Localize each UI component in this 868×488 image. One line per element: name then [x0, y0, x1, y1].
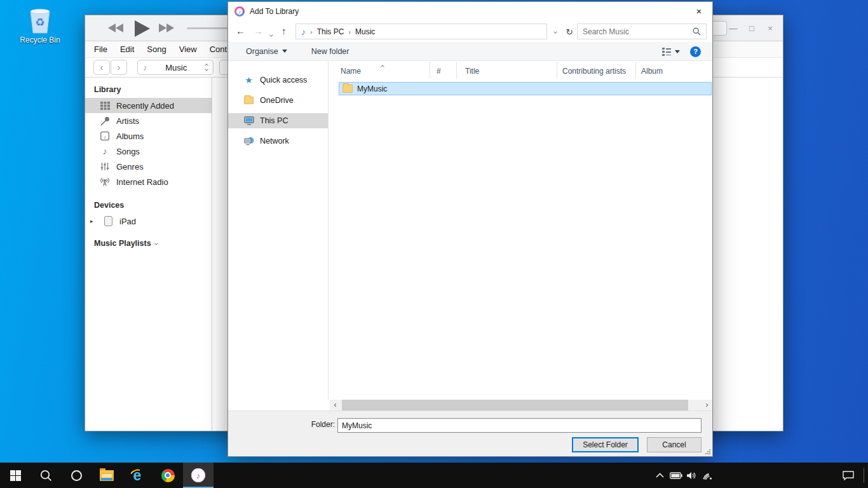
resize-grip[interactable] [705, 449, 710, 454]
scrollbar-track[interactable] [341, 400, 702, 410]
nav-item-label: This PC [260, 116, 288, 125]
search-box[interactable] [577, 24, 707, 39]
folder-label: Folder: [311, 420, 335, 429]
column-header-name[interactable]: Name [329, 62, 430, 79]
column-header-title[interactable]: Title [457, 62, 557, 79]
scroll-left-icon[interactable]: ‹ [330, 400, 341, 410]
close-icon[interactable]: × [765, 24, 775, 33]
nav-item-label: Quick access [260, 76, 307, 85]
windows-logo-icon [10, 470, 21, 481]
forward-icon[interactable]: → [254, 25, 263, 36]
start-button[interactable] [0, 463, 31, 488]
music-playlists-header[interactable]: Music Playlists [85, 239, 212, 248]
search-icon [693, 27, 701, 36]
up-icon[interactable]: ↑ [281, 25, 287, 36]
horizontal-scrollbar[interactable]: ‹ › [330, 400, 712, 410]
recycle-bin-shortcut[interactable]: ♻ Recycle Bin [15, 6, 65, 44]
new-folder-button[interactable]: New folder [311, 47, 349, 56]
sidebar-item-songs[interactable]: ♪ Songs [85, 144, 212, 159]
internet-explorer-button[interactable]: e [122, 463, 153, 488]
tray-overflow-chevron-icon[interactable] [652, 463, 668, 488]
refresh-icon[interactable]: ↻ [563, 24, 576, 39]
action-center-button[interactable] [837, 463, 859, 488]
dialog-footer: Folder: Select Folder Cancel [228, 410, 712, 456]
scrollbar-thumb[interactable] [342, 400, 688, 410]
sidebar-item-ipad[interactable]: ▸ iPad [85, 214, 212, 229]
sidebar-item-label: Recently Added [116, 101, 174, 111]
itunes-icon: ♪ [191, 468, 205, 482]
file-explorer-icon [100, 470, 114, 481]
network-wifi-icon[interactable] [700, 463, 715, 488]
sidebar-item-label: Internet Radio [116, 177, 168, 187]
itunes-back-button[interactable]: ‹ [93, 60, 110, 75]
address-dropdown-chevron-icon[interactable] [550, 24, 561, 39]
search-input[interactable] [583, 27, 693, 36]
cortana-button[interactable] [61, 463, 92, 488]
play-button[interactable] [135, 20, 150, 37]
itunes-taskbar-button[interactable]: ♪ [183, 463, 214, 488]
column-header-number[interactable]: # [430, 62, 457, 79]
action-center-icon [843, 471, 854, 480]
show-desktop-divider[interactable] [864, 468, 864, 483]
column-header-contributing-artists[interactable]: Contributing artists [557, 62, 636, 79]
breadcrumb-music[interactable]: Music [355, 27, 375, 36]
search-icon [40, 470, 52, 482]
chrome-icon [161, 469, 175, 482]
device-label: iPad [119, 217, 136, 226]
sidebar-item-artists[interactable]: Artists [85, 113, 212, 128]
file-row-mymusic[interactable]: MyMusic [339, 82, 712, 95]
column-header-album[interactable]: Album [636, 62, 712, 79]
recent-locations-chevron-icon[interactable] [270, 29, 273, 38]
recycle-bin-icon: ♻ [25, 6, 55, 34]
sliders-icon [99, 162, 111, 171]
volume-icon[interactable] [684, 463, 700, 488]
expander-icon[interactable]: ▸ [90, 218, 97, 224]
add-to-library-dialog: Add To Library × ← → ↑ ♪ › This PC › Mus… [227, 1, 713, 457]
itunes-forward-button[interactable]: › [111, 60, 127, 75]
help-button[interactable]: ? [690, 46, 701, 57]
breadcrumb-this-pc[interactable]: This PC [317, 27, 344, 36]
chevron-down-icon [154, 241, 158, 245]
nav-item-onedrive[interactable]: OneDrive [228, 93, 328, 108]
nav-item-network[interactable]: Network [228, 133, 328, 149]
dialog-close-button[interactable]: × [686, 2, 712, 20]
view-mode-button[interactable] [662, 48, 680, 56]
nav-item-label: OneDrive [260, 96, 294, 105]
itunes-app-icon [234, 6, 245, 17]
minimize-icon[interactable]: — [728, 24, 738, 33]
computer-icon [243, 116, 254, 125]
folder-name-input[interactable] [337, 418, 702, 433]
network-icon [243, 137, 254, 146]
back-icon[interactable]: ← [236, 25, 245, 36]
file-explorer-button[interactable] [92, 463, 122, 488]
file-list: Name # Title Contributing artists Album … [329, 61, 712, 400]
nav-item-this-pc[interactable]: This PC [228, 113, 328, 128]
menu-song[interactable]: Song [147, 44, 166, 54]
select-folder-button[interactable]: Select Folder [572, 437, 639, 452]
menu-view[interactable]: View [179, 44, 197, 54]
scroll-right-icon[interactable]: › [702, 400, 712, 410]
sidebar-item-genres[interactable]: Genres [85, 159, 212, 174]
sidebar-item-albums[interactable]: ♪ Albums [85, 128, 212, 144]
taskbar-search-button[interactable] [31, 463, 61, 488]
menu-file[interactable]: File [94, 44, 107, 54]
media-type-selector[interactable]: ♪ Music [137, 60, 214, 75]
next-track-button[interactable] [159, 24, 174, 32]
cortana-icon [71, 470, 82, 481]
grid-icon [99, 102, 111, 110]
previous-track-button[interactable] [108, 24, 123, 32]
nav-item-quick-access[interactable]: ★ Quick access [228, 72, 328, 88]
cancel-button[interactable]: Cancel [647, 437, 702, 452]
breadcrumb[interactable]: ♪ › This PC › Music [295, 24, 547, 39]
sidebar-item-recently-added[interactable]: Recently Added [85, 98, 212, 113]
sidebar-item-internet-radio[interactable]: Internet Radio [85, 174, 212, 189]
album-icon: ♪ [99, 132, 111, 140]
organise-button[interactable]: Organise [246, 47, 287, 56]
dialog-command-bar: Organise New folder ? [228, 42, 712, 61]
battery-icon[interactable] [668, 463, 684, 488]
maximize-icon[interactable]: □ [747, 24, 757, 33]
menu-edit[interactable]: Edit [120, 44, 134, 54]
organise-label: Organise [246, 47, 278, 56]
dialog-titlebar: Add To Library × [228, 2, 712, 21]
chrome-button[interactable] [153, 463, 183, 488]
